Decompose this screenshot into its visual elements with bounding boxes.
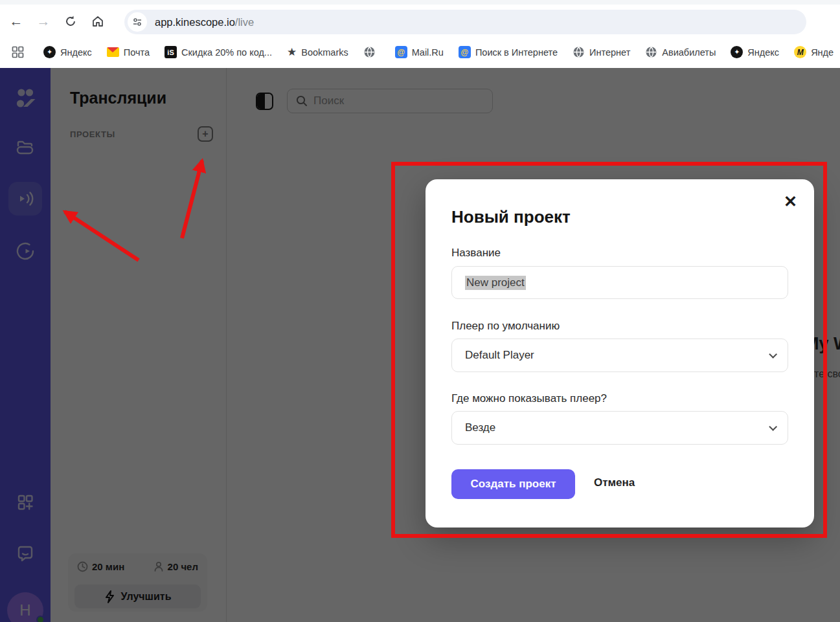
home-button[interactable] — [87, 10, 109, 32]
star-icon: ★ — [287, 45, 297, 59]
reload-icon — [64, 15, 77, 28]
market-icon: M — [794, 46, 806, 58]
bookmark-yandex2[interactable]: ✦Яндекс — [731, 46, 779, 58]
kinescope-app: H Трансляции ПРОЕКТЫ + 20 мин — [0, 68, 840, 622]
bookmark-market[interactable]: MЯнде — [794, 46, 834, 58]
back-button[interactable]: ← — [5, 10, 27, 32]
at-icon: @ — [459, 46, 471, 58]
player-domains-label: Где можно показывать плеер? — [451, 392, 607, 405]
is-icon: iS — [165, 46, 177, 58]
bookmark-mailru[interactable]: @Mail.Ru — [395, 46, 444, 58]
bookmark-search-internet[interactable]: @Поиск в Интернете — [459, 46, 558, 58]
bookmark-globe[interactable] — [363, 46, 380, 58]
bookmark-mail[interactable]: Почта — [107, 47, 150, 58]
bookmark-internet[interactable]: Интернет — [573, 46, 630, 58]
project-name-input[interactable]: New project — [451, 266, 788, 299]
name-label: Название — [451, 247, 501, 260]
globe-icon — [363, 46, 376, 58]
url-text: app.kinescope.io/live — [155, 16, 254, 28]
browser-chrome: ← → app.kinescope.io/live — [0, 0, 840, 68]
new-project-modal: ✕ Новый проект Название New project Плее… — [426, 179, 814, 528]
default-player-value: Default Player — [465, 349, 534, 362]
player-domains-value: Везде — [465, 421, 495, 434]
bookmark-yandex[interactable]: ✦Яндекс — [43, 46, 92, 58]
bookmark-discount[interactable]: iSСкидка 20% по код... — [165, 46, 272, 58]
chevron-down-icon — [769, 350, 777, 359]
default-player-label: Плеер по умолчанию — [451, 320, 560, 333]
reload-button[interactable] — [60, 10, 82, 32]
close-icon[interactable]: ✕ — [784, 194, 797, 210]
player-domains-select[interactable]: Везде — [451, 411, 788, 445]
globe-icon — [573, 46, 585, 58]
cancel-button[interactable]: Отмена — [594, 476, 635, 489]
default-player-select[interactable]: Default Player — [451, 339, 788, 372]
selected-text: New project — [465, 276, 526, 290]
tab-strip — [0, 0, 840, 5]
apps-grid-button[interactable] — [12, 46, 24, 58]
create-project-button[interactable]: Создать проект — [451, 469, 575, 499]
at-icon: @ — [395, 46, 407, 58]
site-settings-chip[interactable] — [128, 12, 147, 32]
bookmark-bookmarks[interactable]: ★Bookmarks — [287, 45, 348, 59]
apps-grid-icon — [12, 46, 24, 58]
home-icon — [91, 15, 104, 28]
tune-icon — [132, 17, 142, 27]
mail-envelope-icon — [107, 47, 119, 57]
chevron-down-icon — [769, 423, 777, 431]
yandex-icon: ✦ — [43, 46, 56, 58]
forward-button[interactable]: → — [32, 10, 54, 32]
browser-toolbar: ← → app.kinescope.io/live — [0, 5, 840, 38]
bookmark-avia[interactable]: Авиабилеты — [645, 46, 716, 58]
bookmarks-bar: ✦Яндекс Почта iSСкидка 20% по код... ★Bo… — [0, 38, 840, 67]
yandex-icon: ✦ — [731, 46, 743, 58]
modal-title: Новый проект — [451, 207, 571, 227]
url-bar[interactable]: app.kinescope.io/live — [124, 10, 806, 34]
globe-icon — [645, 46, 657, 58]
